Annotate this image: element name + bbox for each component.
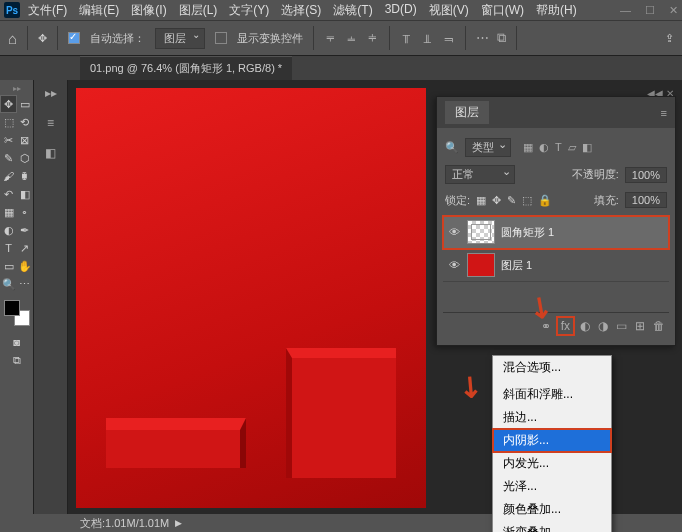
menu-image[interactable]: 图像(I) — [131, 2, 166, 19]
dodge-tool[interactable]: ◐ — [1, 222, 16, 238]
layer-row[interactable]: 👁 圆角矩形 1 — [443, 216, 669, 249]
marquee-tool[interactable]: ⬚ — [1, 114, 16, 130]
eraser-tool[interactable]: ◧ — [17, 186, 32, 202]
fx-menu-blend-options[interactable]: 混合选项... — [493, 356, 611, 379]
group-icon[interactable]: ▭ — [616, 319, 627, 333]
menu-layer[interactable]: 图层(L) — [179, 2, 218, 19]
fx-menu-satin[interactable]: 光泽... — [493, 475, 611, 498]
new-layer-icon[interactable]: ⊞ — [635, 319, 645, 333]
move-tool-icon[interactable]: ✥ — [38, 32, 47, 45]
filter-adjust-icon[interactable]: ◐ — [539, 141, 549, 154]
hand-tool[interactable]: ✋ — [17, 258, 32, 274]
screenmode-tool[interactable]: ⧉ — [9, 352, 24, 368]
show-transform-checkbox[interactable] — [215, 32, 227, 44]
lock-position-icon[interactable]: ✥ — [492, 194, 501, 207]
edit-toolbar[interactable]: ⋯ — [17, 276, 32, 292]
lock-all-icon[interactable]: 🔒 — [538, 194, 552, 207]
align-hcenter-icon[interactable]: ⫫ — [421, 31, 434, 46]
blend-mode-dropdown[interactable]: 正常 — [445, 165, 515, 184]
properties-panel-icon[interactable]: ◧ — [42, 144, 60, 162]
3d-mode-icon[interactable]: ⧉ — [497, 30, 506, 46]
pen-tool[interactable]: ✒ — [17, 222, 32, 238]
menu-select[interactable]: 选择(S) — [281, 2, 321, 19]
layers-tab[interactable]: 图层 — [445, 101, 489, 124]
fill-value[interactable]: 100% — [625, 192, 667, 208]
distribute-icon[interactable]: ⋯ — [476, 30, 489, 46]
history-brush-tool[interactable]: ↶ — [1, 186, 16, 202]
menu-window[interactable]: 窗口(W) — [481, 2, 524, 19]
layer-thumbnail[interactable] — [467, 220, 495, 244]
fx-menu-inner-glow[interactable]: 内发光... — [493, 452, 611, 475]
lock-artboard-icon[interactable]: ⬚ — [522, 194, 532, 207]
artboard-tool[interactable]: ▭ — [17, 96, 32, 112]
align-left-icon[interactable]: ⫪ — [400, 31, 413, 46]
crop-tool[interactable]: ✂ — [1, 132, 16, 148]
layer-name[interactable]: 圆角矩形 1 — [501, 225, 554, 240]
adjustment-icon[interactable]: ◑ — [598, 319, 608, 333]
fx-menu-inner-shadow[interactable]: 内阴影... — [493, 429, 611, 452]
close-icon[interactable]: ✕ — [669, 4, 678, 17]
share-icon[interactable]: ⇪ — [665, 32, 674, 45]
search-icon[interactable]: 🔍 — [445, 141, 459, 154]
auto-select-target-dropdown[interactable]: 图层 — [155, 28, 205, 49]
dock-expand-icon[interactable]: ▸▸ — [42, 84, 60, 102]
menu-help[interactable]: 帮助(H) — [536, 2, 577, 19]
trash-icon[interactable]: 🗑 — [653, 319, 665, 333]
menu-view[interactable]: 视图(V) — [429, 2, 469, 19]
gradient-tool[interactable]: ▦ — [1, 204, 16, 220]
color-swatch[interactable] — [4, 300, 30, 326]
path-tool[interactable]: ↗ — [17, 240, 32, 256]
align-top-icon[interactable]: ⫧ — [324, 31, 337, 46]
auto-select-checkbox[interactable] — [68, 32, 80, 44]
minimize-icon[interactable]: — — [620, 4, 631, 17]
lock-pixels-icon[interactable]: ▦ — [476, 194, 486, 207]
layer-filter-row: 🔍 类型 ▦ ◐ T ▱ ◧ — [443, 134, 669, 161]
filter-pixel-icon[interactable]: ▦ — [523, 141, 533, 154]
filter-smart-icon[interactable]: ◧ — [582, 141, 592, 154]
menu-file[interactable]: 文件(F) — [28, 2, 67, 19]
layer-row[interactable]: 👁 图层 1 — [443, 249, 669, 282]
menu-edit[interactable]: 编辑(E) — [79, 2, 119, 19]
panel-menu-icon[interactable]: ≡ — [661, 107, 667, 119]
fg-color[interactable] — [4, 300, 20, 316]
fx-menu-stroke[interactable]: 描边... — [493, 406, 611, 429]
filter-type-icon[interactable]: T — [555, 141, 562, 154]
visibility-icon[interactable]: 👁 — [447, 259, 461, 271]
frame-tool[interactable]: ⊠ — [17, 132, 32, 148]
brush-tool[interactable]: 🖌 — [1, 168, 16, 184]
menu-3d[interactable]: 3D(D) — [385, 2, 417, 19]
align-bottom-icon[interactable]: ⫩ — [366, 31, 379, 46]
patch-tool[interactable]: ⬡ — [17, 150, 32, 166]
layer-thumbnail[interactable] — [467, 253, 495, 277]
eyedropper-tool[interactable]: ✎ — [1, 150, 16, 166]
type-tool[interactable]: T — [1, 240, 16, 256]
layer-name[interactable]: 图层 1 — [501, 258, 532, 273]
filter-type-dropdown[interactable]: 类型 — [465, 138, 511, 157]
home-icon[interactable]: ⌂ — [8, 30, 17, 47]
panel-grip-icon[interactable]: ▸▸ — [4, 84, 30, 94]
opacity-value[interactable]: 100% — [625, 167, 667, 183]
fx-menu-gradient-overlay[interactable]: 渐变叠加... — [493, 521, 611, 532]
align-vcenter-icon[interactable]: ⫨ — [345, 31, 358, 46]
rectangle-tool[interactable]: ▭ — [1, 258, 16, 274]
stamp-tool[interactable]: ⧯ — [17, 168, 32, 184]
document-tab[interactable]: 01.png @ 76.4% (圆角矩形 1, RGB/8) * — [80, 56, 292, 80]
lasso-tool[interactable]: ⟲ — [17, 114, 32, 130]
visibility-icon[interactable]: 👁 — [447, 226, 461, 238]
maximize-icon[interactable]: ☐ — [645, 4, 655, 17]
fx-menu-bevel[interactable]: 斜面和浮雕... — [493, 383, 611, 406]
move-tool[interactable]: ✥ — [1, 96, 16, 112]
fx-menu-color-overlay[interactable]: 颜色叠加... — [493, 498, 611, 521]
fx-button[interactable]: fx — [559, 319, 572, 333]
filter-shape-icon[interactable]: ▱ — [568, 141, 576, 154]
quickmask-tool[interactable]: ◙ — [9, 334, 24, 350]
lock-paint-icon[interactable]: ✎ — [507, 194, 516, 207]
mask-icon[interactable]: ◐ — [580, 319, 590, 333]
align-right-icon[interactable]: ⫬ — [442, 31, 455, 46]
blur-tool[interactable]: ∘ — [17, 204, 32, 220]
menu-type[interactable]: 文字(Y) — [229, 2, 269, 19]
history-panel-icon[interactable]: ≡ — [42, 114, 60, 132]
zoom-tool[interactable]: 🔍 — [1, 276, 16, 292]
status-menu-icon[interactable]: ▶ — [175, 518, 182, 528]
menu-filter[interactable]: 滤镜(T) — [333, 2, 372, 19]
